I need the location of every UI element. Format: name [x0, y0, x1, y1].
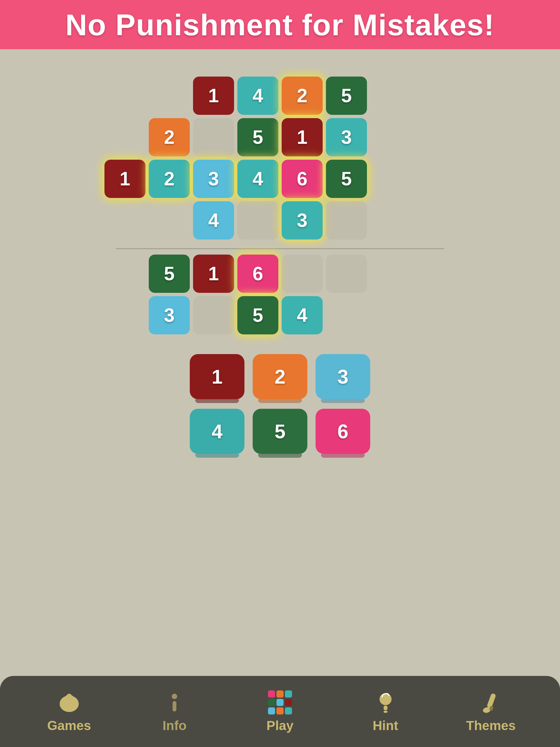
grid-row-6: 3 5 4: [104, 296, 456, 334]
cell-r5c4[interactable]: 6: [237, 255, 278, 293]
tab-info[interactable]: Info: [140, 690, 209, 733]
grid-row-4: 4 3: [104, 201, 456, 239]
play-icon: [268, 690, 292, 715]
cell-r3c2[interactable]: 2: [149, 160, 190, 198]
cell-r4c4-empty: [237, 201, 278, 239]
svg-point-3: [172, 694, 177, 699]
svg-rect-4: [173, 701, 176, 712]
cell-r5c5-empty: [282, 255, 323, 293]
tile-6[interactable]: 6: [315, 409, 370, 454]
tile-2[interactable]: 2: [253, 354, 307, 399]
svg-rect-7: [384, 711, 387, 713]
crossword-grid: 1 4 2 5 2 5 1 3 1 2 3 4 6 5: [88, 77, 472, 338]
tile-selector: 1 2 3 4 5 6: [190, 354, 370, 455]
divider-line: [116, 248, 444, 249]
tab-themes[interactable]: Themes: [457, 690, 525, 733]
header-title: No Punishment for Mistakes!: [65, 7, 495, 42]
svg-rect-6: [384, 706, 387, 710]
grid-row-1: 1 4 2 5: [104, 77, 456, 115]
tab-info-label: Info: [162, 718, 186, 733]
cell-r2c3-empty: [193, 118, 234, 156]
cell-r2c4[interactable]: 5: [237, 118, 278, 156]
cell-r3c3[interactable]: 3: [193, 160, 234, 198]
cell-r1c4[interactable]: 4: [237, 77, 278, 115]
tab-play-label: Play: [266, 718, 294, 733]
cell-r1c3[interactable]: 1: [193, 77, 234, 115]
cell-r5c2[interactable]: 5: [149, 255, 190, 293]
cell-r6c2[interactable]: 3: [149, 296, 190, 334]
tile-1-number: 1: [212, 366, 223, 388]
hint-icon: [373, 690, 398, 715]
cell-r5c3[interactable]: 1: [193, 255, 234, 293]
cell-r3c1[interactable]: 1: [104, 160, 146, 198]
cell-r3c6[interactable]: 5: [326, 160, 367, 198]
svg-point-5: [380, 693, 391, 705]
cell-r4c3[interactable]: 4: [193, 201, 234, 239]
cell-r6c3-empty: [193, 296, 234, 334]
tile-3[interactable]: 3: [315, 354, 370, 399]
tab-play[interactable]: Play: [246, 690, 314, 733]
grid-row-2: 2 5 1 3: [104, 118, 456, 156]
cell-r5c6-empty: [326, 255, 367, 293]
cell-r6c5[interactable]: 4: [282, 296, 323, 334]
cell-r2c5[interactable]: 1: [282, 118, 323, 156]
tile-5[interactable]: 5: [253, 409, 307, 454]
tab-bar: Games Info Play: [0, 676, 560, 747]
cell-r2c6[interactable]: 3: [326, 118, 367, 156]
tile-4-number: 4: [212, 420, 223, 443]
tile-3-number: 3: [337, 366, 348, 388]
tile-2-number: 2: [275, 366, 285, 388]
tab-hint-label: Hint: [373, 718, 398, 733]
cell-r1c6[interactable]: 5: [326, 77, 367, 115]
tile-5-number: 5: [275, 420, 285, 443]
tab-hint[interactable]: Hint: [351, 690, 420, 733]
tile-1[interactable]: 1: [190, 354, 245, 399]
header: No Punishment for Mistakes!: [0, 0, 560, 49]
cell-r4c6-empty: [326, 201, 367, 239]
cell-r2c2[interactable]: 2: [149, 118, 190, 156]
cell-r3c4[interactable]: 4: [237, 160, 278, 198]
grid-row-3: 1 2 3 4 6 5: [104, 160, 456, 198]
svg-point-2: [67, 694, 72, 699]
themes-icon: [479, 690, 503, 715]
cell-r1c5[interactable]: 2: [282, 77, 323, 115]
info-icon: [162, 690, 187, 715]
tile-6-number: 6: [337, 420, 348, 443]
cell-r6c4[interactable]: 5: [237, 296, 278, 334]
tab-themes-label: Themes: [466, 718, 515, 733]
tab-games[interactable]: Games: [35, 690, 103, 733]
game-area: 1 4 2 5 2 5 1 3 1 2 3 4 6 5: [0, 49, 560, 700]
cell-r3c5[interactable]: 6: [282, 160, 323, 198]
tab-games-label: Games: [47, 718, 91, 733]
tile-4[interactable]: 4: [190, 409, 245, 454]
grid-row-5: 5 1 6: [104, 255, 456, 293]
cell-r4c5[interactable]: 3: [282, 201, 323, 239]
games-icon: [57, 690, 81, 715]
